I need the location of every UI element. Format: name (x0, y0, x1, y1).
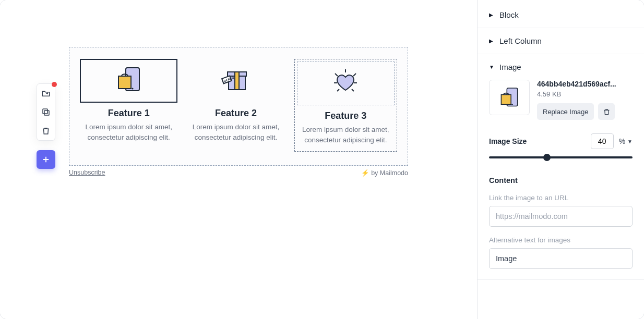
canvas-area: Feature 1 Lorem ipsum dolor sit amet, co… (0, 0, 477, 319)
columns-row: Feature 1 Lorem ipsum dolor sit amet, co… (80, 59, 397, 152)
image-thumbnail[interactable] (489, 80, 530, 115)
image-size-unit: % (619, 137, 625, 145)
email-block[interactable]: Feature 1 Lorem ipsum dolor sit amet, co… (69, 47, 408, 166)
shopping-bag-phone-icon (496, 85, 522, 109)
image-size-label: Image Size (489, 137, 527, 145)
svg-line-12 (353, 73, 356, 76)
chevron-right-icon: ▶ (489, 12, 494, 18)
column-3-title[interactable]: Feature 3 (297, 111, 395, 121)
folder-move-icon (41, 89, 51, 98)
shopping-bag-phone-icon (112, 65, 146, 97)
image-filename: 464bb4eb421d569acf... (537, 80, 626, 88)
column-3[interactable]: Feature 3 Lorem ipsum dolor sit amet, co… (294, 59, 397, 152)
column-2-image[interactable]: OFFER (187, 59, 284, 103)
properties-sidebar: ▶ Block ▶ Left Column ▼ Image (477, 0, 644, 319)
trash-icon (41, 126, 51, 136)
heart-shine-icon (329, 67, 362, 100)
chevron-right-icon: ▶ (489, 38, 494, 44)
chevron-down-icon: ▼ (627, 139, 633, 144)
svg-rect-19 (501, 95, 511, 105)
plus-icon (41, 155, 51, 164)
section-image-header[interactable]: ▼ Image (478, 54, 644, 80)
image-filesize: 4.59 KB (537, 90, 633, 98)
svg-line-16 (352, 89, 354, 91)
section-left-column-header[interactable]: ▶ Left Column (478, 28, 644, 54)
svg-line-15 (337, 89, 339, 91)
svg-point-3 (132, 88, 133, 89)
column-2-title[interactable]: Feature 2 (187, 108, 284, 119)
alt-text-input[interactable] (489, 248, 633, 269)
notification-dot (52, 82, 57, 87)
image-size-unit-select[interactable]: % ▼ (619, 137, 633, 145)
svg-line-11 (335, 73, 338, 76)
column-3-desc[interactable]: Lorem ipsum dolor sit amet, consectetur … (297, 125, 395, 146)
link-url-label: Link the image to an URL (489, 194, 633, 202)
svg-rect-0 (44, 111, 49, 115)
duplicate-button[interactable] (37, 103, 55, 121)
move-button[interactable] (37, 84, 55, 103)
svg-rect-4 (118, 76, 131, 89)
column-1-title[interactable]: Feature 1 (80, 108, 177, 119)
delete-image-button[interactable] (598, 103, 615, 120)
section-left-column: ▶ Left Column (478, 28, 644, 54)
content-heading: Content (489, 176, 633, 185)
section-block-header[interactable]: ▶ Block (478, 2, 644, 28)
svg-rect-1 (43, 109, 47, 114)
section-block-label: Block (499, 10, 519, 19)
link-url-input[interactable] (489, 206, 633, 227)
replace-image-button[interactable]: Replace Image (537, 103, 594, 120)
column-3-image[interactable] (297, 62, 395, 105)
section-image: ▼ Image 464bb4eb421d569acf... (478, 54, 644, 280)
unsubscribe-link[interactable]: Unsubscribe (69, 169, 105, 177)
gift-offer-icon: OFFER (219, 65, 253, 97)
image-size-input[interactable] (591, 133, 614, 149)
svg-rect-7 (235, 72, 239, 90)
section-image-label: Image (499, 63, 521, 71)
column-1[interactable]: Feature 1 Lorem ipsum dolor sit amet, co… (80, 59, 177, 152)
section-left-column-label: Left Column (499, 36, 542, 45)
trash-icon (603, 108, 611, 116)
image-size-slider[interactable] (489, 156, 633, 158)
alt-text-label: Alternative text for images (489, 236, 633, 244)
copy-icon (41, 107, 51, 117)
column-1-desc[interactable]: Lorem ipsum dolor sit amet, consectetur … (80, 122, 177, 143)
column-1-image[interactable] (80, 59, 177, 103)
email-footer: Unsubscribe ⚡ by Mailmodo (69, 169, 408, 177)
column-2-desc[interactable]: Lorem ipsum dolor sit amet, consectetur … (187, 122, 284, 143)
section-block: ▶ Block (478, 2, 644, 28)
add-block-button[interactable] (37, 150, 55, 169)
chevron-down-icon: ▼ (489, 64, 494, 70)
delete-button[interactable] (37, 121, 55, 140)
column-2[interactable]: OFFER Feature 2 Lorem ipsum dolor sit am… (187, 59, 284, 152)
block-toolbar (37, 83, 55, 141)
svg-point-18 (511, 104, 513, 105)
branding-text: ⚡ by Mailmodo (361, 169, 408, 177)
